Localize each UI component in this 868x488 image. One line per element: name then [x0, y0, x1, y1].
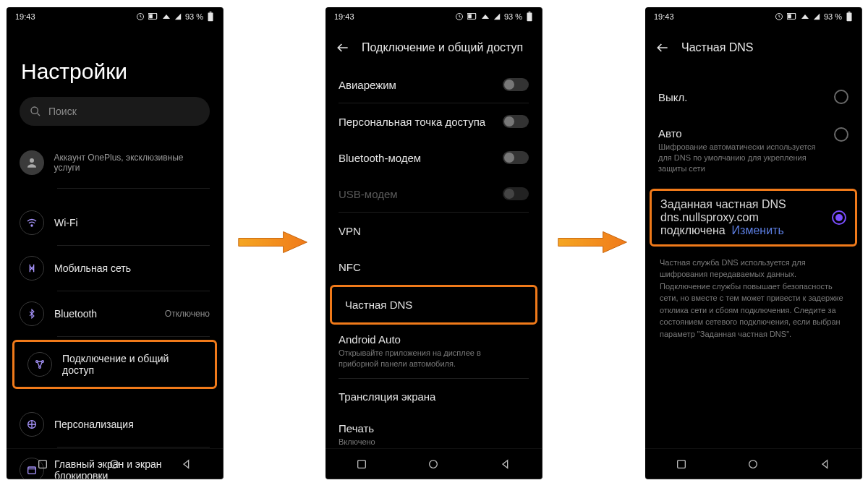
row-android-auto[interactable]: Android Auto Открывайте приложения на ди… [326, 325, 542, 378]
svg-rect-25 [847, 12, 852, 21]
svg-rect-13 [38, 460, 46, 468]
nav-back-icon[interactable] [181, 458, 192, 470]
phone-private-dns: 19:43 93 % Частная DNS Выкл. Авто Шифров… [645, 7, 862, 479]
back-icon[interactable] [655, 40, 670, 55]
nav-recent-icon[interactable] [356, 458, 367, 470]
nav-home-icon[interactable] [109, 458, 120, 470]
row-label: Частная DNS [345, 299, 412, 311]
status-battery: 93 % [824, 12, 842, 21]
row-wifi[interactable]: Wi-Fi [7, 200, 223, 245]
nav-recent-icon[interactable] [676, 458, 687, 470]
nav-bar [7, 448, 223, 479]
row-subtitle: dns.nullsproxy.com подключена Изменить [660, 211, 784, 236]
radio-custom[interactable] [832, 210, 846, 225]
radio-auto[interactable] [834, 127, 848, 142]
row-label: Подключение и общий доступ [62, 353, 202, 376]
row-vpn[interactable]: VPN [326, 213, 542, 249]
row-subtitle: Шифрование автоматически используется дл… [658, 142, 825, 174]
row-private-dns[interactable]: Частная DNS [330, 285, 537, 325]
row-hotspot[interactable]: Персональная точка доступа [326, 103, 542, 140]
row-mobile[interactable]: Мобильная сеть [7, 246, 223, 291]
row-cast[interactable]: Трансляция экрана [326, 379, 542, 415]
edit-link[interactable]: Изменить [732, 224, 784, 236]
phone-connection-sharing: 19:43 93 % Подключение и общий доступ Ав… [326, 7, 542, 479]
row-connection-sharing[interactable]: Подключение и общий доступ [12, 340, 217, 389]
airplane-switch[interactable] [503, 78, 529, 91]
status-battery: 93 % [185, 12, 203, 21]
row-label: USB-модем [339, 188, 398, 200]
svg-rect-18 [527, 12, 532, 21]
bluetooth-icon [20, 301, 44, 326]
guide-arrow-1 [237, 228, 310, 257]
row-nfc[interactable]: NFC [326, 249, 542, 285]
search-input[interactable]: Поиск [20, 97, 210, 126]
status-bar: 19:43 93 % [7, 7, 223, 26]
header-bar: Частная DNS [645, 26, 861, 67]
row-label: Wi-Fi [54, 217, 78, 228]
status-time: 19:43 [334, 12, 354, 21]
svg-rect-26 [848, 12, 851, 12]
row-airplane[interactable]: Авиарежим [326, 67, 542, 103]
svg-rect-3 [208, 12, 213, 21]
svg-point-5 [31, 107, 38, 114]
row-personalization[interactable]: Персонализация [7, 402, 223, 447]
row-label: NFC [339, 261, 361, 273]
header-bar: Подключение и общий доступ [326, 26, 542, 67]
row-bt-modem[interactable]: Bluetooth-модем [326, 140, 542, 176]
search-placeholder: Поиск [48, 106, 77, 117]
phone-settings-root: 19:43 93 % Настройки Поиск Аккаунт OnePl… [7, 7, 224, 479]
row-label: Персонализация [54, 419, 134, 430]
row-label: Android Auto [339, 333, 505, 346]
svg-rect-19 [529, 12, 531, 12]
status-icons: 93 % [136, 12, 214, 22]
row-dns-custom[interactable]: Заданная частная DNS dns.nullsproxy.com … [650, 189, 857, 247]
row-dns-off[interactable]: Выкл. [645, 78, 861, 116]
account-label: Аккаунт OnePlus, эксклюзивные услуги [54, 153, 210, 173]
row-label: Печать [339, 422, 375, 435]
search-icon [30, 106, 41, 117]
bluetooth-status: Отключено [165, 309, 210, 319]
row-label: Bluetooth [54, 308, 97, 320]
usb-modem-switch [503, 187, 529, 200]
svg-rect-17 [468, 14, 472, 19]
mobile-icon [20, 256, 44, 281]
divider [57, 336, 210, 337]
guide-arrow-2 [557, 228, 629, 257]
nav-bar [645, 448, 861, 479]
account-row[interactable]: Аккаунт OnePlus, эксклюзивные услуги [7, 142, 223, 188]
nav-home-icon[interactable] [427, 458, 439, 470]
status-icons: 93 % [455, 12, 533, 22]
svg-rect-27 [677, 460, 685, 468]
row-label: VPN [339, 225, 361, 237]
svg-point-14 [111, 460, 119, 468]
svg-rect-20 [357, 460, 365, 468]
row-label: Трансляция экрана [339, 390, 435, 403]
nav-back-icon[interactable] [500, 458, 511, 470]
back-icon[interactable] [336, 40, 350, 55]
nav-home-icon[interactable] [747, 458, 759, 470]
row-label: Bluetooth-модем [339, 152, 421, 164]
row-label: Персональная точка доступа [339, 116, 485, 128]
svg-point-21 [430, 460, 438, 468]
nav-back-icon[interactable] [820, 458, 831, 470]
bt-modem-switch[interactable] [503, 151, 529, 164]
row-print[interactable]: Печать Включено [326, 415, 542, 451]
status-time: 19:43 [654, 12, 674, 21]
row-label: Мобильная сеть [54, 262, 131, 274]
row-label: Авиарежим [339, 79, 396, 91]
row-bluetooth[interactable]: Bluetooth Отключено [7, 291, 223, 336]
row-usb-modem: USB-модем [326, 176, 542, 212]
radio-off[interactable] [834, 90, 848, 104]
nav-bar [326, 448, 542, 479]
svg-point-6 [30, 158, 34, 163]
svg-point-7 [31, 225, 33, 226]
header-title: Подключение и общий доступ [362, 41, 523, 54]
svg-rect-4 [210, 12, 212, 12]
hotspot-switch[interactable] [503, 115, 529, 128]
nav-recent-icon[interactable] [37, 458, 48, 470]
row-dns-auto[interactable]: Авто Шифрование автоматически использует… [645, 116, 861, 186]
svg-rect-2 [149, 14, 153, 19]
row-subtitle: Открывайте приложения на дисплее в прибо… [339, 348, 505, 369]
svg-point-28 [749, 460, 757, 468]
header-title: Частная DNS [681, 41, 754, 54]
